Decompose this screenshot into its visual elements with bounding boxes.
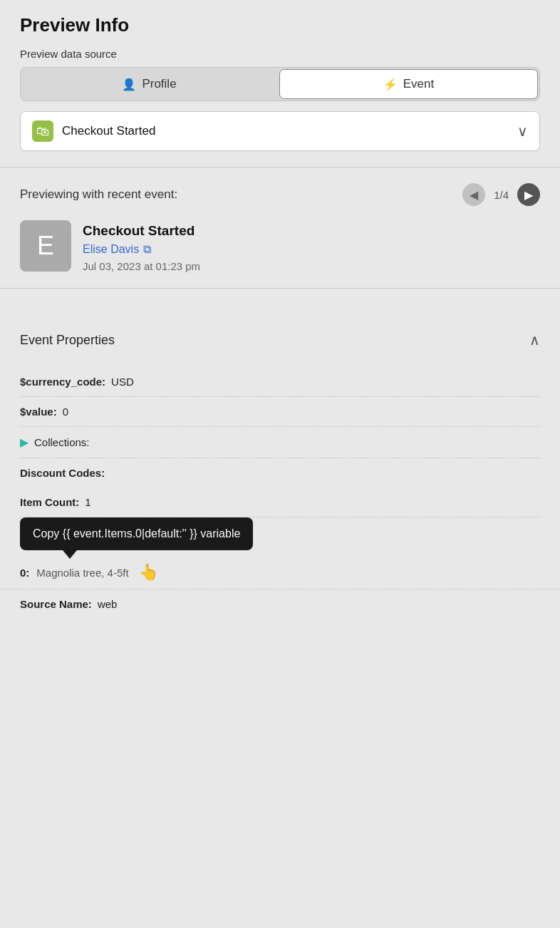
chevron-down-icon: ∨ <box>517 123 528 140</box>
event-name: Checkout Started <box>83 223 200 239</box>
user-name: Elise Davis <box>83 243 139 256</box>
preview-data-source-label: Preview data source <box>0 48 560 60</box>
discount-codes-row: Discount Codes: <box>20 458 540 488</box>
prop-currency-code: $currency_code: USD <box>20 367 540 397</box>
divider-1 <box>0 167 560 167</box>
nav-prev-button[interactable]: ◀ <box>462 183 485 206</box>
prop-value-value: 0 <box>63 406 68 418</box>
event-timestamp: Jul 03, 2023 at 01:23 pm <box>83 260 200 272</box>
previewing-label: Previewing with recent event: <box>20 187 454 202</box>
prop-key-value: $value: <box>20 406 57 418</box>
tab-profile[interactable]: 👤 Profile <box>21 68 278 100</box>
properties-list: $currency_code: USD $value: 0 ▶ Collecti… <box>0 360 560 488</box>
sub-item-0: 0: Magnolia tree, 4-5ft 👆 <box>0 556 560 589</box>
item-count-key: Item Count: <box>20 496 79 508</box>
event-properties-title: Event Properties <box>20 333 115 348</box>
avatar: E <box>20 220 71 272</box>
nav-next-button[interactable]: ▶ <box>517 183 540 206</box>
tab-event-label: Event <box>403 77 434 91</box>
prop-value-row: $value: 0 <box>20 397 540 427</box>
tooltip-popup: Copy {{ event.Items.0|default:'' }} vari… <box>20 517 253 550</box>
page-counter: 1/4 <box>494 189 509 201</box>
event-card: E Checkout Started Elise Davis ⧉ Jul 03,… <box>20 220 540 272</box>
header: Preview Info <box>0 0 560 48</box>
event-info: Checkout Started Elise Davis ⧉ Jul 03, 2… <box>83 220 200 272</box>
item-count-row: Item Count: 1 <box>20 488 540 517</box>
source-name-key: Source Name: <box>20 598 92 610</box>
tooltip-container: Copy {{ event.Items.0|default:'' }} vari… <box>0 517 560 550</box>
tab-profile-label: Profile <box>142 77 176 91</box>
external-link-icon: ⧉ <box>143 243 151 256</box>
collections-arrow-icon: ▶ <box>20 435 28 449</box>
tab-event[interactable]: ⚡ Event <box>279 69 538 99</box>
event-properties-section: Event Properties ∧ $currency_code: USD $… <box>0 320 560 619</box>
tab-group: 👤 Profile ⚡ Event <box>20 67 540 101</box>
prop-value-currency: USD <box>111 376 134 388</box>
previewing-section: Previewing with recent event: ◀ 1/4 ▶ E … <box>0 183 560 272</box>
event-user-link[interactable]: Elise Davis ⧉ <box>83 243 200 256</box>
sub-item-index: 0: <box>20 567 29 579</box>
cursor-hand-icon: 👆 <box>139 563 158 582</box>
avatar-letter: E <box>37 231 54 261</box>
dropdown-label: Checkout Started <box>62 124 509 138</box>
page-title: Preview Info <box>20 14 540 36</box>
profile-icon: 👤 <box>122 78 136 91</box>
previewing-header: Previewing with recent event: ◀ 1/4 ▶ <box>20 183 540 206</box>
event-properties-header[interactable]: Event Properties ∧ <box>0 320 560 360</box>
tooltip-text: Copy {{ event.Items.0|default:'' }} vari… <box>33 527 240 540</box>
collections-label: Collections: <box>34 436 90 448</box>
item-count-section: Item Count: 1 <box>0 488 560 517</box>
source-name-value: web <box>98 598 118 610</box>
event-dropdown[interactable]: 🛍 Checkout Started ∨ <box>20 111 540 151</box>
collections-row: ▶ Collections: <box>20 427 540 458</box>
shopify-icon: 🛍 <box>32 120 53 142</box>
sub-item-value: Magnolia tree, 4-5ft <box>36 567 128 579</box>
prop-key-currency: $currency_code: <box>20 376 105 388</box>
divider-2 <box>0 288 560 289</box>
chevron-up-icon: ∧ <box>529 331 540 349</box>
item-count-value: 1 <box>85 496 90 508</box>
source-name-row: Source Name: web <box>0 589 560 619</box>
discount-codes-label: Discount Codes: <box>20 467 105 479</box>
page-container: Preview Info Preview data source 👤 Profi… <box>0 0 560 928</box>
event-icon: ⚡ <box>383 78 398 91</box>
